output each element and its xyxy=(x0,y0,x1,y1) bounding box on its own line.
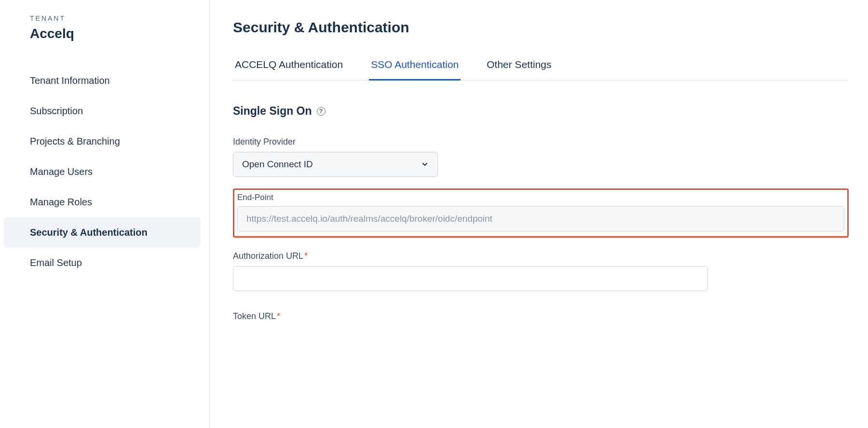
sidebar-item-subscription[interactable]: Subscription xyxy=(0,96,209,126)
tab-other-settings[interactable]: Other Settings xyxy=(485,59,553,80)
sidebar-item-email-setup[interactable]: Email Setup xyxy=(0,248,209,278)
required-asterisk: * xyxy=(304,251,308,261)
section-title-text: Single Sign On xyxy=(233,105,312,118)
identity-provider-value: Open Connect ID xyxy=(242,159,313,170)
help-icon[interactable]: ? xyxy=(317,107,326,116)
tabs: ACCELQ Authentication SSO Authentication… xyxy=(233,59,849,80)
tab-sso-authentication[interactable]: SSO Authentication xyxy=(369,59,461,80)
identity-provider-label: Identity Provider xyxy=(233,137,849,147)
authorization-url-group: Authorization URL* xyxy=(233,251,849,306)
sidebar-item-security-authentication[interactable]: Security & Authentication xyxy=(4,217,201,248)
section-title: Single Sign On ? xyxy=(233,105,849,118)
sidebar-item-manage-users[interactable]: Manage Users xyxy=(0,157,209,187)
token-url-label: Token URL* xyxy=(233,311,849,321)
endpoint-label: End-Point xyxy=(237,193,844,202)
identity-provider-select[interactable]: Open Connect ID xyxy=(233,152,438,177)
required-asterisk: * xyxy=(277,311,280,321)
tenant-label: TENANT xyxy=(0,14,209,26)
chevron-down-icon xyxy=(421,160,429,168)
tab-accelq-authentication[interactable]: ACCELQ Authentication xyxy=(233,59,345,80)
sidebar-item-tenant-information[interactable]: Tenant Information xyxy=(0,66,209,96)
sidebar-item-manage-roles[interactable]: Manage Roles xyxy=(0,187,209,217)
token-url-group: Token URL* xyxy=(233,311,849,321)
endpoint-value: https://test.accelq.io/auth/realms/accel… xyxy=(246,214,492,224)
sidebar: TENANT Accelq Tenant Information Subscri… xyxy=(0,0,210,428)
page-title: Security & Authentication xyxy=(233,19,849,36)
endpoint-field[interactable]: https://test.accelq.io/auth/realms/accel… xyxy=(237,206,844,231)
identity-provider-group: Identity Provider Open Connect ID xyxy=(233,137,849,177)
tenant-name: Accelq xyxy=(0,26,209,66)
sidebar-item-projects-branching[interactable]: Projects & Branching xyxy=(0,126,209,157)
authorization-url-label: Authorization URL* xyxy=(233,251,849,261)
main-content: Security & Authentication ACCELQ Authent… xyxy=(210,0,868,428)
authorization-url-input[interactable] xyxy=(233,266,708,291)
endpoint-highlight-box: End-Point https://test.accelq.io/auth/re… xyxy=(233,188,849,238)
